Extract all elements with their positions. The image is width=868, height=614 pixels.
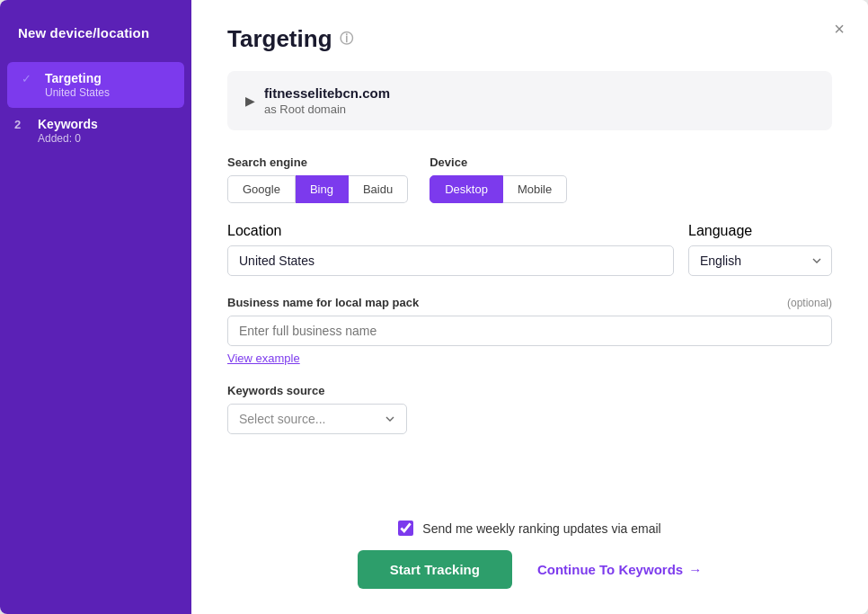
business-name-section: Business name for local map pack (option… [227, 296, 832, 366]
business-name-label: Business name for local map pack [227, 296, 419, 309]
main-content: × Targeting ⓘ ▶ fitnesselitebcn.com as R… [191, 0, 868, 614]
sidebar-targeting-label: Targeting [45, 71, 110, 85]
email-checkbox-label: Send me weekly ranking updates via email [422, 521, 660, 536]
email-checkbox-row: Send me weekly ranking updates via email [398, 521, 660, 536]
modal: New device/location ✓ Targeting United S… [0, 0, 868, 614]
search-engine-toggle-group: Google Bing Baidu [227, 175, 408, 203]
sidebar-keywords-sub: Added: 0 [38, 132, 98, 145]
continue-arrow-icon: → [688, 562, 702, 577]
language-group: Language English Spanish French German [688, 223, 832, 276]
close-button[interactable]: × [830, 16, 848, 41]
optional-label: (optional) [787, 297, 832, 309]
start-tracking-button[interactable]: Start Tracking [358, 550, 512, 589]
continue-to-keywords-button[interactable]: Continue To Keywords → [537, 562, 702, 577]
language-select[interactable]: English Spanish French German [688, 245, 832, 276]
domain-card: ▶ fitnesselitebcn.com as Root domain [227, 71, 832, 130]
device-toggle-group: Desktop Mobile [430, 175, 567, 203]
domain-type: as Root domain [264, 102, 390, 116]
device-label: Device [430, 156, 567, 169]
location-label: Location [227, 223, 674, 239]
business-name-input[interactable] [227, 316, 832, 346]
search-engine-baidu[interactable]: Baidu [349, 175, 408, 203]
continue-label: Continue To Keywords [537, 562, 683, 577]
device-mobile[interactable]: Mobile [503, 175, 567, 203]
view-example-button[interactable]: View example [227, 351, 300, 365]
keywords-source-section: Keywords source Select source... Google … [227, 384, 832, 434]
check-icon: ✓ [22, 72, 36, 85]
title-text: Targeting [227, 25, 332, 53]
search-engine-bing[interactable]: Bing [296, 175, 349, 203]
footer-buttons: Start Tracking Continue To Keywords → [358, 550, 702, 589]
location-language-row: Location Language English Spanish French… [227, 223, 832, 276]
keywords-source-select[interactable]: Select source... Google Search Console M… [227, 404, 407, 434]
device-group: Device Desktop Mobile [430, 156, 567, 203]
step-number-keywords: 2 [14, 118, 29, 131]
search-engine-group: Search engine Google Bing Baidu [227, 156, 408, 203]
domain-chevron-icon[interactable]: ▶ [245, 93, 255, 108]
language-label: Language [688, 223, 832, 239]
domain-name: fitnesselitebcn.com [264, 85, 390, 101]
sidebar-title: New device/location [0, 0, 191, 62]
info-icon[interactable]: ⓘ [340, 31, 353, 48]
location-input[interactable] [227, 245, 674, 276]
sidebar-keywords-label: Keywords [38, 117, 98, 131]
page-title: Targeting ⓘ [227, 25, 832, 53]
keywords-source-label: Keywords source [227, 384, 832, 397]
location-group: Location [227, 223, 674, 276]
device-desktop[interactable]: Desktop [430, 175, 503, 203]
email-checkbox[interactable] [398, 521, 413, 536]
search-device-row: Search engine Google Bing Baidu Device D… [227, 156, 832, 203]
footer: Send me weekly ranking updates via email… [227, 521, 832, 589]
sidebar-targeting-sub: United States [45, 86, 110, 99]
search-engine-label: Search engine [227, 156, 408, 169]
sidebar: New device/location ✓ Targeting United S… [0, 0, 191, 614]
sidebar-item-keywords[interactable]: 2 Keywords Added: 0 [0, 108, 191, 154]
search-engine-google[interactable]: Google [227, 175, 296, 203]
sidebar-item-targeting[interactable]: ✓ Targeting United States [7, 62, 184, 108]
